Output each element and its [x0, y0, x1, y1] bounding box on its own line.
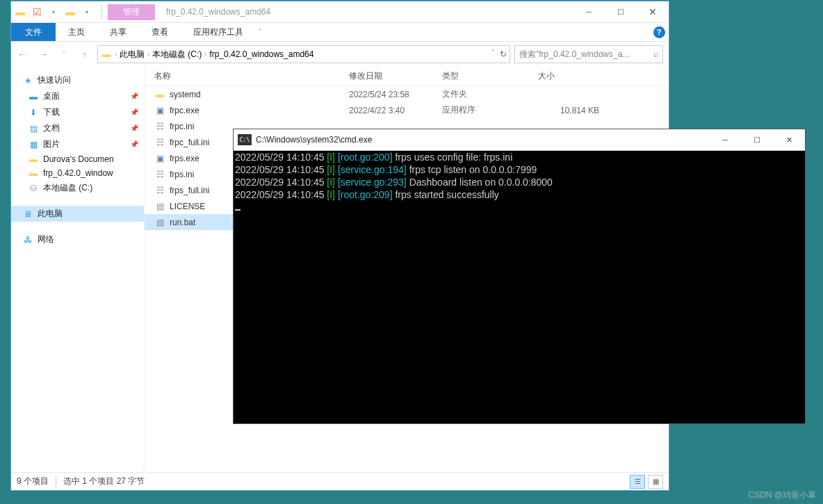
context-tab-manage[interactable]: 管理 — [108, 4, 155, 20]
network-icon: 🖧 — [22, 235, 33, 245]
sidebar-item-label: 本地磁盘 (C:) — [43, 182, 92, 194]
close-button[interactable]: ✕ — [637, 1, 669, 22]
minimize-button[interactable]: ─ — [573, 1, 605, 22]
address-bar[interactable]: ▬ › 此电脑 › 本地磁盘 (C:) › frp_0.42.0_windows… — [97, 45, 510, 63]
file-name: frpc.ini — [170, 122, 194, 131]
desktop-icon: ▬ — [28, 92, 39, 101]
ribbon-tab-share[interactable]: 共享 — [97, 23, 139, 41]
ribbon-tab-home[interactable]: 主页 — [56, 23, 97, 41]
column-type[interactable]: 类型 — [442, 70, 538, 82]
ribbon-collapse-icon[interactable]: ˇ — [256, 23, 268, 41]
file-name: frps.exe — [170, 154, 199, 163]
cmd-maximize-button[interactable]: ☐ — [741, 129, 773, 150]
qat-dropdown-icon[interactable]: ▾ — [47, 6, 60, 18]
cmd-title: C:\Windows\system32\cmd.exe — [256, 135, 372, 145]
sidebar-item-label: Durova's Documen — [43, 154, 114, 164]
nav-recent-dropdown[interactable]: ˇ — [56, 46, 72, 63]
folder-icon: ▬ — [28, 168, 39, 178]
folder-open-icon: ▬ — [64, 6, 76, 18]
title-separator — [101, 4, 102, 19]
cmd-titlebar[interactable]: C:\ C:\Windows\system32\cmd.exe ─ ☐ ✕ — [234, 129, 805, 151]
sidebar-item-cdisk[interactable]: ⛁本地磁盘 (C:) — [11, 180, 144, 196]
sidebar-item-durova[interactable]: ▬Durova's Documen — [11, 152, 144, 166]
cmd-line: 2022/05/29 14:10:45 [I] [service.go:194]… — [235, 163, 804, 176]
folder-icon: ▬ — [28, 154, 39, 164]
status-item-count: 9 个项目 — [17, 475, 49, 487]
nav-up-button[interactable]: ↑ — [76, 46, 93, 63]
file-name: run.bat — [170, 218, 195, 227]
search-input[interactable]: 搜索"frp_0.42.0_windows_a... ⌕ — [514, 45, 663, 63]
sidebar-item-label: 此电脑 — [38, 208, 63, 220]
sidebar-quick-access[interactable]: ★快速访问 — [11, 72, 144, 88]
cmd-line: 2022/05/29 14:10:45 [I] [root.go:200] fr… — [235, 151, 804, 163]
titlebar: ▬ ☑ ▾ ▬ ▾ 管理 frp_0.42.0_windows_amd64 ─ … — [11, 1, 669, 23]
file-date-cell: 2022/5/24 23:58 — [349, 90, 442, 99]
sidebar-this-pc[interactable]: 🖥此电脑 — [11, 206, 144, 222]
ribbon-tab-file[interactable]: 文件 — [11, 23, 56, 41]
disk-icon: ⛁ — [28, 184, 39, 193]
folder-icon: ▬ — [14, 6, 26, 18]
sidebar-item-label: 下载 — [43, 106, 60, 118]
file-type-cell: 文件夹 — [442, 88, 538, 100]
maximize-button[interactable]: ☐ — [605, 1, 637, 22]
ribbon: 文件 主页 共享 查看 应用程序工具 ˇ ? — [11, 23, 669, 42]
ribbon-tab-apptools[interactable]: 应用程序工具 — [181, 23, 256, 41]
file-name: LICENSE — [170, 202, 205, 211]
breadcrumb-folder[interactable]: frp_0.42.0_windows_amd64 — [209, 49, 313, 59]
pictures-icon: ▦ — [28, 140, 39, 149]
sidebar-pictures[interactable]: ▦图片📌 — [11, 136, 144, 152]
qat-overflow-icon[interactable]: ▾ — [81, 6, 93, 18]
navigation-pane: ★快速访问 ▬桌面📌 ⬇下载📌 ▤文档📌 ▦图片📌 ▬Durova's Docu… — [11, 67, 145, 472]
window-controls: ─ ☐ ✕ — [573, 1, 669, 22]
quick-access-toolbar: ▬ ☑ ▾ ▬ ▾ — [11, 1, 96, 22]
file-name: frps_full.ini — [170, 186, 209, 195]
qat-checkbox[interactable]: ☑ — [31, 6, 43, 18]
view-thumbnails-button[interactable]: ▦ — [648, 475, 663, 489]
breadcrumb-pc[interactable]: 此电脑 — [120, 49, 145, 60]
address-dropdown-icon[interactable]: ˇ — [492, 49, 494, 59]
cursor — [235, 209, 241, 211]
folder-icon: ▬ — [101, 49, 112, 59]
column-date[interactable]: 修改日期 — [349, 70, 442, 82]
pin-icon: 📌 — [130, 108, 138, 116]
file-size-cell: 10,814 KB — [538, 106, 608, 115]
sidebar-desktop[interactable]: ▬桌面📌 — [11, 88, 144, 104]
sidebar-item-frp[interactable]: ▬frp_0.42.0_window — [11, 166, 144, 180]
nav-forward-button[interactable]: → — [35, 46, 51, 63]
breadcrumb-disk[interactable]: 本地磁盘 (C:) — [152, 49, 202, 60]
cmd-line: 2022/05/29 14:10:45 [I] [service.go:293]… — [235, 176, 804, 188]
pc-icon: 🖥 — [22, 209, 33, 219]
column-name[interactable]: 名称 — [154, 70, 349, 82]
help-icon: ? — [653, 26, 665, 38]
file-name-cell: ▣frpc.exe — [154, 106, 349, 115]
address-bar-row: ← → ˇ ↑ ▬ › 此电脑 › 本地磁盘 (C:) › frp_0.42.0… — [11, 42, 669, 67]
file-row[interactable]: ▬systemd2022/5/24 23:58文件夹 — [145, 86, 669, 102]
document-icon: ▤ — [28, 124, 39, 133]
chevron-right-icon: › — [147, 51, 149, 58]
file-type-cell: 应用程序 — [442, 104, 538, 116]
pin-icon: 📌 — [130, 140, 138, 148]
sidebar-item-label: 文档 — [43, 122, 60, 134]
help-button[interactable]: ? — [649, 23, 669, 41]
cmd-close-button[interactable]: ✕ — [773, 129, 805, 150]
view-details-button[interactable]: ☰ — [630, 475, 645, 489]
cmd-output[interactable]: 2022/05/29 14:10:45 [I] [root.go:200] fr… — [234, 151, 805, 423]
pin-icon: 📌 — [130, 124, 138, 132]
column-size[interactable]: 大小 — [538, 70, 608, 82]
pin-icon: 📌 — [130, 92, 138, 100]
file-name: frpc.exe — [170, 106, 199, 115]
ribbon-tab-view[interactable]: 查看 — [139, 23, 181, 41]
nav-back-button[interactable]: ← — [14, 46, 31, 63]
watermark: CSDN @鸡骨小草 — [748, 489, 816, 501]
sidebar-network[interactable]: 🖧网络 — [11, 231, 144, 247]
sidebar-downloads[interactable]: ⬇下载📌 — [11, 104, 144, 120]
file-row[interactable]: ▣frpc.exe2022/4/22 3:40应用程序10,814 KB — [145, 102, 669, 118]
file-name: frpc_full.ini — [170, 138, 209, 147]
cmd-minimize-button[interactable]: ─ — [709, 129, 741, 150]
sidebar-item-label: frp_0.42.0_window — [43, 168, 113, 178]
sidebar-documents[interactable]: ▤文档📌 — [11, 120, 144, 136]
refresh-icon[interactable]: ↻ — [500, 49, 507, 59]
download-icon: ⬇ — [28, 108, 39, 117]
search-icon[interactable]: ⌕ — [653, 49, 658, 59]
chevron-right-icon: › — [204, 51, 206, 58]
